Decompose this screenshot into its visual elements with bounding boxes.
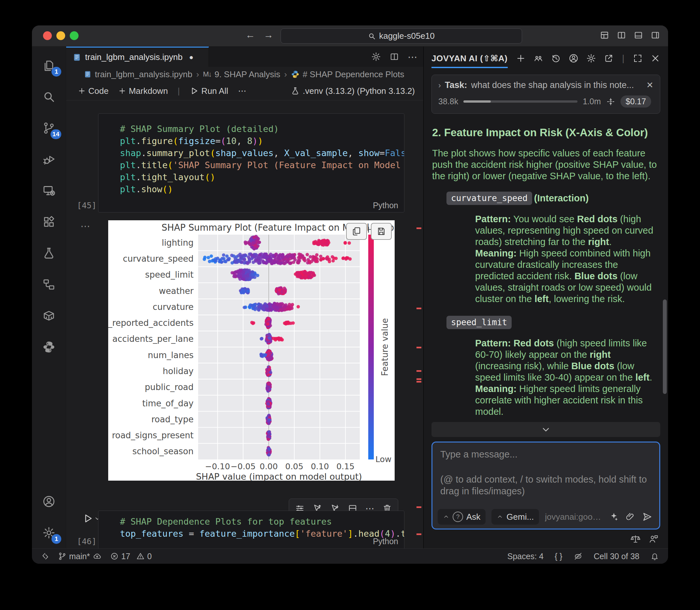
forward-arrow-icon[interactable]: →	[264, 29, 273, 41]
task-close-icon[interactable]: ✕	[646, 80, 653, 90]
branch-indicator[interactable]: main*	[58, 552, 102, 561]
history-icon[interactable]	[551, 53, 561, 63]
code-line: shap.summary_plot(shap_values, X_val_sam…	[120, 147, 398, 159]
rules-icon[interactable]	[630, 534, 641, 544]
beaker-icon	[291, 87, 300, 95]
sidebar-item-pipelines[interactable]	[32, 269, 66, 300]
sidebar-item-search[interactable]	[32, 81, 66, 112]
run-all-button[interactable]: Run All	[187, 85, 232, 97]
search-icon	[368, 32, 376, 40]
accounts-button[interactable]	[32, 486, 66, 517]
inline-code-chip: speed_limit	[446, 316, 512, 329]
more-actions-icon[interactable]: ⋯	[408, 51, 417, 63]
sidebar-item-testing[interactable]	[32, 238, 66, 269]
sidebar-item-extensions[interactable]	[32, 206, 66, 238]
remote-indicator-icon[interactable]	[41, 552, 49, 560]
sidebar-item-source-control[interactable]: 14	[32, 112, 66, 144]
pipeline-icon	[42, 278, 55, 291]
branch-name: main*	[69, 552, 90, 561]
beaker-icon	[42, 247, 55, 260]
toolbar-more-icon[interactable]: ⋯	[235, 86, 250, 96]
container-icon	[42, 309, 55, 322]
svg-text:road_type: road_type	[151, 415, 194, 424]
sparkle-icon[interactable]	[608, 512, 619, 522]
zoom-window-button[interactable]	[70, 31, 79, 40]
toggle-panel-icon[interactable]	[634, 30, 643, 40]
ai-panel-title[interactable]: JOVYAN AI (⇧⌘A)	[431, 53, 508, 68]
model-id-text[interactable]: jovyanai:googl...	[545, 512, 603, 522]
breadcrumb-section[interactable]: 9. SHAP Analysis	[214, 69, 280, 80]
open-external-icon[interactable]	[604, 53, 614, 63]
problems-indicator[interactable]: 17 0	[110, 552, 152, 561]
close-window-button[interactable]	[43, 31, 52, 40]
inline-code-chip: curvature_speed	[446, 192, 532, 205]
play-icon	[82, 513, 94, 524]
sidebar-item-python[interactable]	[32, 332, 66, 363]
svg-text:SHAP value (impact on model ou: SHAP value (impact on model output)	[196, 471, 362, 481]
svg-text:Low: Low	[376, 454, 392, 464]
code-cell-46[interactable]: # SHAP Dependence Plots for top features…	[98, 511, 404, 548]
code-line: plt.figure(figsize=(10, 8))	[120, 135, 398, 147]
new-chat-icon[interactable]	[516, 53, 526, 63]
gear-icon[interactable]	[586, 53, 596, 63]
sidebar-item-remote-explorer[interactable]	[32, 175, 66, 206]
condense-context-icon[interactable]	[606, 97, 615, 106]
add-code-cell-button[interactable]: Code	[75, 85, 112, 97]
panel-scrollbar[interactable]	[663, 300, 667, 394]
mode-selector-ask[interactable]: ? Ask	[438, 509, 486, 525]
toggle-secondary-sidebar-icon[interactable]	[651, 30, 660, 40]
attach-icon[interactable]	[625, 512, 635, 522]
save-output-button[interactable]	[371, 223, 392, 240]
cell-language[interactable]: Python	[373, 201, 398, 210]
task-chevron-icon[interactable]: ›	[438, 81, 441, 90]
cell-position[interactable]: Cell 30 of 38	[594, 552, 639, 561]
add-code-label: Code	[88, 86, 109, 96]
indentation-indicator[interactable]: Spaces: 4	[507, 552, 544, 561]
toolbar-divider: |	[174, 86, 183, 96]
kernel-label: .venv (3.13.2) (Python 3.13.2)	[303, 86, 415, 96]
code-editor[interactable]: # SHAP Summary Plot (detailed)plt.figure…	[98, 114, 404, 195]
customize-layout-icon[interactable]	[600, 30, 609, 40]
svg-text:0.10: 0.10	[311, 462, 329, 471]
plus-icon	[118, 87, 126, 95]
code-cell-45[interactable]: # SHAP Summary Plot (detailed)plt.figure…	[98, 113, 404, 212]
sidebar-item-explorer[interactable]: 1	[32, 50, 66, 81]
breadcrumb-cell[interactable]: # SHAP Dependence Plots	[303, 69, 404, 80]
split-editor-icon[interactable]	[617, 30, 626, 40]
copy-output-button[interactable]	[346, 223, 367, 240]
kernel-picker[interactable]: .venv (3.13.2) (Python 3.13.2)	[291, 86, 415, 96]
minimize-window-button[interactable]	[57, 31, 65, 40]
chat-placeholder: Type a message...	[440, 449, 651, 460]
account-icon[interactable]	[569, 53, 578, 63]
sidebar-item-containers[interactable]	[32, 300, 66, 332]
collapse-response-button[interactable]	[431, 422, 660, 437]
cell-more-actions[interactable]: ⋯	[80, 220, 90, 232]
expand-panel-icon[interactable]	[633, 53, 643, 63]
language-braces[interactable]: { }	[555, 552, 562, 561]
cell-language[interactable]: Python	[373, 537, 398, 546]
close-panel-icon[interactable]	[651, 53, 660, 63]
tab-train-lgbm-analysis[interactable]: train_lgbm_analysis.ipynb ●	[66, 47, 209, 67]
feedback-icon[interactable]	[649, 534, 659, 544]
sidebar-item-run-debug[interactable]	[32, 144, 66, 175]
split-editor-icon[interactable]	[389, 52, 399, 62]
code-editor[interactable]: # SHAP Dependence Plots for top features…	[98, 511, 404, 540]
send-icon[interactable]	[642, 511, 653, 522]
notebook-settings-gear-icon[interactable]	[371, 52, 381, 62]
chat-input-box[interactable]: Type a message... (@ to add context, / t…	[431, 442, 660, 530]
task-text: what does the shap analysis in this note…	[471, 80, 643, 90]
add-markdown-cell-button[interactable]: Markdown	[115, 85, 171, 97]
shap-beeswarm-chart: SHAP Summary Plot (Feature Impact on Mod…	[108, 220, 395, 481]
back-arrow-icon[interactable]: ←	[245, 29, 255, 41]
jovyan-ai-panel: JOVYAN AI (⇧⌘A) | ›	[423, 47, 668, 548]
copilot-disabled-icon[interactable]	[574, 552, 583, 561]
ai-panel-footer	[424, 530, 668, 548]
breadcrumb-file[interactable]: train_lgbm_analysis.ipynb	[95, 69, 192, 80]
settings-button[interactable]: 1	[32, 517, 66, 548]
model-selector[interactable]: Gemi...	[491, 509, 539, 525]
command-center-search[interactable]: kaggle-s05e10	[281, 28, 522, 44]
unsaved-dot: ●	[189, 53, 193, 62]
bell-icon[interactable]	[651, 552, 659, 560]
code-line: plt.show()	[120, 183, 398, 195]
agents-icon[interactable]	[534, 53, 543, 63]
